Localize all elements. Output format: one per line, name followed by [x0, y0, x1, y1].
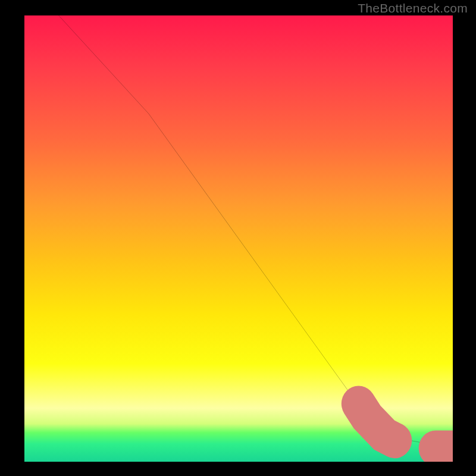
plot-area — [24, 15, 453, 462]
chart-stage: TheBottleneck.com — [0, 0, 476, 476]
gradient-background — [24, 15, 453, 462]
watermark-label: TheBottleneck.com — [358, 1, 468, 15]
